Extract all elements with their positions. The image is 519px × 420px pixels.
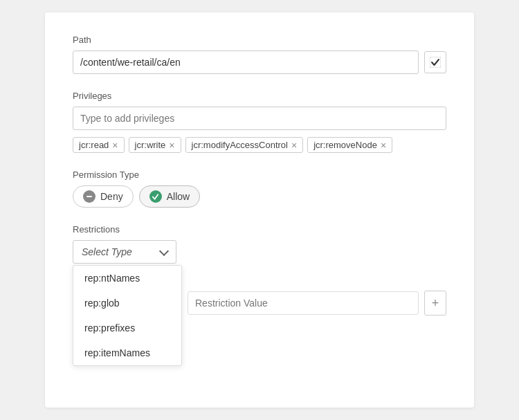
deny-icon [83,190,95,203]
dropdown-item-rep-itemNames[interactable]: rep:itemNames [73,340,181,365]
tag-jcr-modifyAccessControl: jcr:modifyAccessControl × [185,137,304,153]
select-type-button[interactable]: Select Type [73,240,176,264]
tag-jcr-write: jcr:write × [129,137,181,153]
tag-jcr-read-remove[interactable]: × [112,140,118,150]
path-label: Path [73,35,446,45]
tag-jcr-read-label: jcr:read [79,140,109,150]
privileges-label: Privileges [73,91,446,101]
deny-label: Deny [100,191,123,202]
main-card: Path Privileges jcr:read × jcr:write × [45,12,474,408]
tag-jcr-removeNode-remove[interactable]: × [381,140,386,150]
privileges-field-group: Privileges jcr:read × jcr:write × jcr:mo… [73,91,446,153]
tag-jcr-removeNode-label: jcr:removeNode [313,140,377,150]
path-input[interactable] [73,51,419,74]
tag-jcr-read: jcr:read × [73,137,125,153]
dropdown-item-rep-prefixes[interactable]: rep:prefixes [73,316,181,340]
tag-jcr-modifyAccessControl-remove[interactable]: × [291,140,297,150]
dropdown-item-rep-glob[interactable]: rep:glob [73,291,181,316]
allow-label: Allow [167,191,190,202]
tag-jcr-removeNode: jcr:removeNode × [307,137,392,153]
tag-jcr-write-remove[interactable]: × [169,140,174,150]
path-checkbox[interactable] [424,51,446,73]
restrictions-row: Select Type rep:ntNames rep:glob rep:pre… [73,240,446,366]
privileges-input[interactable] [80,113,439,124]
privileges-input-wrapper [73,107,446,130]
allow-icon [149,190,162,203]
permission-type-field-group: Permission Type Deny Allow [73,170,446,208]
dropdown-item-rep-ntNames[interactable]: rep:ntNames [73,266,181,291]
tags-row: jcr:read × jcr:write × jcr:modifyAccessC… [73,137,446,153]
add-restriction-button[interactable]: + [424,291,446,316]
path-field-group: Path [73,35,446,74]
permission-type-label: Permission Type [73,170,446,180]
restrictions-label: Restrictions [73,224,446,235]
allow-button[interactable]: Allow [139,185,200,208]
restriction-value-input[interactable] [188,291,419,315]
restrictions-dropdown-wrapper: Select Type rep:ntNames rep:glob rep:pre… [73,240,182,366]
add-icon: + [432,296,439,311]
select-type-label: Select Type [82,246,132,257]
path-row [73,51,446,74]
tag-jcr-write-label: jcr:write [135,140,166,150]
chevron-down-icon [159,246,169,255]
deny-button[interactable]: Deny [73,185,134,208]
restrictions-field-group: Restrictions Select Type rep:ntNames rep… [73,224,446,366]
tag-jcr-modifyAccessControl-label: jcr:modifyAccessControl [192,140,288,150]
permission-type-row: Deny Allow [73,185,446,208]
restrictions-dropdown-menu: rep:ntNames rep:glob rep:prefixes rep:it… [73,265,182,366]
